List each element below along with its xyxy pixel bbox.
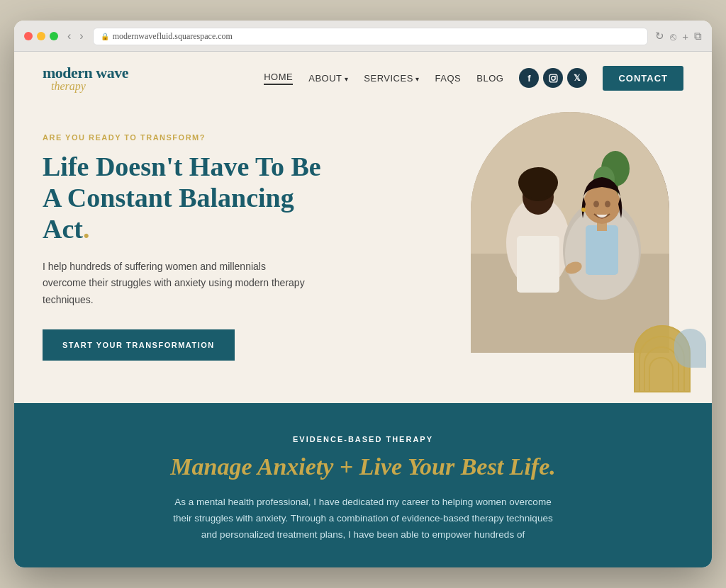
nav-forward-button[interactable]: › [77, 30, 85, 43]
site-nav: HOME ABOUT SERVICES FAQS BLOG f 𝕏 [264, 66, 683, 91]
browser-chrome: ‹ › 🔒 modernwavefluid.squarespace.com ↻ … [14, 21, 712, 52]
site-wrapper: modern wave therapy HOME ABOUT SERVICES … [14, 52, 712, 568]
new-tab-button[interactable]: + [682, 30, 688, 43]
address-bar[interactable]: 🔒 modernwavefluid.squarespace.com [93, 28, 649, 45]
deco-blue-shape [674, 329, 706, 368]
browser-window: ‹ › 🔒 modernwavefluid.squarespace.com ↻ … [14, 21, 712, 568]
lock-icon: 🔒 [101, 33, 109, 40]
cta-button[interactable]: START YOUR TRANSFORMATION [43, 329, 235, 361]
teal-section: EVIDENCE-BASED THERAPY Manage Anxiety + … [14, 403, 712, 568]
browser-dots [24, 32, 58, 40]
nav-services[interactable]: SERVICES [364, 73, 419, 84]
svg-point-11 [518, 167, 558, 198]
hero-left: ARE YOU READY TO TRANSFORM? Life Doesn't… [43, 126, 369, 402]
svg-point-20 [581, 208, 586, 212]
logo-sub: therapy [51, 80, 128, 93]
nav-back-button[interactable]: ‹ [65, 30, 73, 43]
logo-area: modern wave therapy [43, 64, 128, 93]
svg-point-1 [552, 77, 555, 80]
social-icons: f 𝕏 [519, 68, 587, 88]
dot-red[interactable] [24, 32, 33, 40]
hero-right [386, 105, 712, 402]
svg-rect-15 [586, 225, 618, 275]
dot-green[interactable] [50, 32, 58, 40]
teal-eyebrow: EVIDENCE-BASED THERAPY [43, 435, 683, 443]
headline-line1: Life Doesn't Have To Be [43, 152, 321, 181]
nav-about[interactable]: ABOUT [308, 73, 348, 84]
dot-yellow[interactable] [37, 32, 45, 40]
teal-headline: Manage Anxiety + Live Your Best Life. [43, 453, 683, 480]
nav-faqs[interactable]: FAQS [435, 73, 462, 84]
facebook-icon[interactable]: f [519, 68, 539, 88]
site-header: modern wave therapy HOME ABOUT SERVICES … [14, 52, 712, 106]
svg-point-19 [605, 201, 610, 208]
share-button[interactable]: ⎋ [670, 30, 676, 43]
svg-point-18 [593, 201, 599, 208]
tab-overview-button[interactable]: ⧉ [694, 30, 702, 43]
browser-nav: ‹ › [65, 30, 86, 43]
url-text: modernwavefluid.squarespace.com [113, 31, 233, 42]
svg-rect-12 [517, 236, 559, 293]
browser-actions: ↻ ⎋ + ⧉ [655, 30, 702, 43]
headline-line3: Act [43, 214, 83, 244]
hero-headline: Life Doesn't Have To Be A Constant Balan… [43, 152, 369, 244]
hero-eyebrow: ARE YOU READY TO TRANSFORM? [43, 133, 369, 142]
reload-button[interactable]: ↻ [655, 30, 664, 43]
svg-point-2 [555, 76, 557, 77]
contact-button[interactable]: CONTACT [603, 66, 683, 91]
twitter-icon[interactable]: 𝕏 [567, 68, 587, 88]
headline-period: . [83, 214, 90, 244]
svg-rect-0 [549, 74, 557, 82]
nav-home[interactable]: HOME [264, 72, 293, 85]
nav-blog[interactable]: BLOG [476, 73, 503, 84]
teal-body: As a mental health professional, I have … [164, 494, 562, 543]
instagram-icon[interactable] [543, 68, 563, 88]
hero-body: I help hundreds of suffering women and m… [43, 259, 312, 307]
hero-section: ARE YOU READY TO TRANSFORM? Life Doesn't… [14, 105, 712, 402]
deco-arch-outline4 [649, 357, 674, 392]
logo-main: modern wave [43, 64, 128, 81]
headline-line2: A Constant Balancing [43, 183, 294, 213]
